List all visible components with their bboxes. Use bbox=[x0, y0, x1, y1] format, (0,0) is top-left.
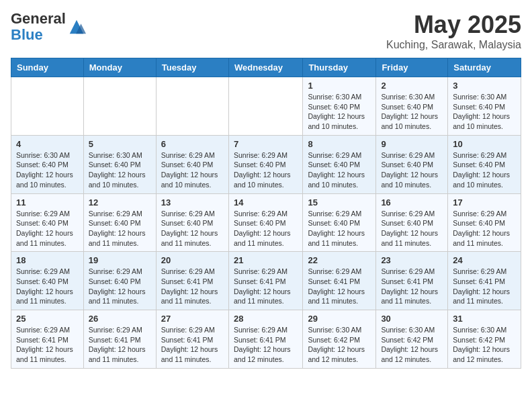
title-block: May 2025 Kuching, Sarawak, Malaysia bbox=[386, 11, 521, 51]
day-number: 4 bbox=[16, 139, 79, 149]
calendar-cell: 9Sunrise: 6:29 AM Sunset: 6:40 PM Daylig… bbox=[376, 135, 448, 193]
calendar-cell: 14Sunrise: 6:29 AM Sunset: 6:40 PM Dayli… bbox=[228, 193, 302, 252]
day-info: Sunrise: 6:30 AM Sunset: 6:42 PM Dayligh… bbox=[453, 325, 516, 365]
calendar-header-row: SundayMondayTuesdayWednesdayThursdayFrid… bbox=[11, 58, 521, 77]
day-number: 28 bbox=[234, 314, 298, 324]
day-number: 21 bbox=[234, 255, 298, 265]
day-number: 8 bbox=[308, 139, 371, 149]
day-info: Sunrise: 6:29 AM Sunset: 6:40 PM Dayligh… bbox=[453, 150, 516, 190]
calendar-cell: 8Sunrise: 6:29 AM Sunset: 6:40 PM Daylig… bbox=[303, 135, 376, 193]
calendar-cell: 31Sunrise: 6:30 AM Sunset: 6:42 PM Dayli… bbox=[448, 310, 521, 369]
calendar-cell bbox=[156, 77, 228, 136]
calendar-cell: 21Sunrise: 6:29 AM Sunset: 6:41 PM Dayli… bbox=[228, 252, 302, 310]
day-number: 1 bbox=[308, 81, 371, 91]
day-number: 17 bbox=[453, 197, 516, 208]
day-info: Sunrise: 6:29 AM Sunset: 6:40 PM Dayligh… bbox=[89, 209, 151, 248]
calendar-cell: 27Sunrise: 6:29 AM Sunset: 6:41 PM Dayli… bbox=[156, 310, 228, 369]
calendar-cell: 24Sunrise: 6:29 AM Sunset: 6:41 PM Dayli… bbox=[448, 252, 521, 310]
day-number: 27 bbox=[161, 314, 224, 324]
day-info: Sunrise: 6:29 AM Sunset: 6:40 PM Dayligh… bbox=[381, 209, 443, 248]
calendar-cell: 13Sunrise: 6:29 AM Sunset: 6:40 PM Dayli… bbox=[156, 193, 228, 252]
calendar-cell: 29Sunrise: 6:30 AM Sunset: 6:42 PM Dayli… bbox=[303, 310, 376, 369]
calendar-cell: 4Sunrise: 6:30 AM Sunset: 6:40 PM Daylig… bbox=[11, 135, 84, 193]
day-info: Sunrise: 6:29 AM Sunset: 6:40 PM Dayligh… bbox=[308, 209, 371, 248]
calendar-cell: 5Sunrise: 6:30 AM Sunset: 6:40 PM Daylig… bbox=[83, 135, 156, 193]
calendar-cell bbox=[83, 77, 156, 136]
calendar-cell: 28Sunrise: 6:29 AM Sunset: 6:41 PM Dayli… bbox=[228, 310, 302, 369]
day-number: 29 bbox=[308, 314, 371, 324]
calendar-cell: 11Sunrise: 6:29 AM Sunset: 6:40 PM Dayli… bbox=[11, 193, 84, 252]
day-number: 15 bbox=[308, 197, 371, 208]
calendar-cell: 23Sunrise: 6:29 AM Sunset: 6:41 PM Dayli… bbox=[376, 252, 448, 310]
calendar-cell: 2Sunrise: 6:30 AM Sunset: 6:40 PM Daylig… bbox=[376, 77, 448, 136]
calendar-cell: 18Sunrise: 6:29 AM Sunset: 6:40 PM Dayli… bbox=[11, 252, 84, 310]
calendar-table: SundayMondayTuesdayWednesdayThursdayFrid… bbox=[11, 58, 521, 369]
day-info: Sunrise: 6:29 AM Sunset: 6:41 PM Dayligh… bbox=[161, 267, 224, 306]
day-header-wednesday: Wednesday bbox=[228, 58, 302, 77]
day-number: 25 bbox=[16, 314, 79, 324]
logo-general-text: General bbox=[11, 10, 66, 27]
day-number: 12 bbox=[89, 197, 151, 208]
calendar-cell: 20Sunrise: 6:29 AM Sunset: 6:41 PM Dayli… bbox=[156, 252, 228, 310]
logo: General Blue bbox=[11, 11, 86, 43]
calendar-cell: 26Sunrise: 6:29 AM Sunset: 6:41 PM Dayli… bbox=[83, 310, 156, 369]
calendar-cell: 30Sunrise: 6:30 AM Sunset: 6:42 PM Dayli… bbox=[376, 310, 448, 369]
day-info: Sunrise: 6:29 AM Sunset: 6:40 PM Dayligh… bbox=[161, 209, 224, 248]
day-info: Sunrise: 6:29 AM Sunset: 6:40 PM Dayligh… bbox=[234, 150, 298, 190]
page-header: General Blue May 2025 Kuching, Sarawak, … bbox=[11, 11, 521, 51]
day-number: 19 bbox=[89, 255, 151, 265]
day-info: Sunrise: 6:29 AM Sunset: 6:40 PM Dayligh… bbox=[16, 209, 79, 248]
day-info: Sunrise: 6:29 AM Sunset: 6:40 PM Dayligh… bbox=[161, 150, 224, 190]
day-number: 6 bbox=[161, 139, 224, 149]
day-info: Sunrise: 6:30 AM Sunset: 6:42 PM Dayligh… bbox=[308, 325, 371, 365]
day-number: 26 bbox=[89, 314, 151, 324]
day-info: Sunrise: 6:29 AM Sunset: 6:40 PM Dayligh… bbox=[234, 209, 298, 248]
day-number: 10 bbox=[453, 139, 516, 149]
day-number: 20 bbox=[161, 255, 224, 265]
day-number: 31 bbox=[453, 314, 516, 324]
day-info: Sunrise: 6:30 AM Sunset: 6:42 PM Dayligh… bbox=[381, 325, 443, 365]
calendar-week-3: 11Sunrise: 6:29 AM Sunset: 6:40 PM Dayli… bbox=[11, 193, 521, 252]
day-number: 9 bbox=[381, 139, 443, 149]
day-header-sunday: Sunday bbox=[11, 58, 84, 77]
day-number: 24 bbox=[453, 255, 516, 265]
day-number: 18 bbox=[16, 255, 79, 265]
day-header-friday: Friday bbox=[376, 58, 448, 77]
calendar-cell: 6Sunrise: 6:29 AM Sunset: 6:40 PM Daylig… bbox=[156, 135, 228, 193]
calendar-cell: 17Sunrise: 6:29 AM Sunset: 6:40 PM Dayli… bbox=[448, 193, 521, 252]
calendar-cell bbox=[228, 77, 302, 136]
day-info: Sunrise: 6:30 AM Sunset: 6:40 PM Dayligh… bbox=[89, 150, 151, 190]
day-info: Sunrise: 6:30 AM Sunset: 6:40 PM Dayligh… bbox=[16, 150, 79, 190]
day-number: 30 bbox=[381, 314, 443, 324]
calendar-cell: 10Sunrise: 6:29 AM Sunset: 6:40 PM Dayli… bbox=[448, 135, 521, 193]
day-header-tuesday: Tuesday bbox=[156, 58, 228, 77]
calendar-week-4: 18Sunrise: 6:29 AM Sunset: 6:40 PM Dayli… bbox=[11, 252, 521, 310]
calendar-cell: 19Sunrise: 6:29 AM Sunset: 6:40 PM Dayli… bbox=[83, 252, 156, 310]
day-info: Sunrise: 6:29 AM Sunset: 6:41 PM Dayligh… bbox=[234, 325, 298, 365]
calendar-cell bbox=[11, 77, 84, 136]
calendar-cell: 12Sunrise: 6:29 AM Sunset: 6:40 PM Dayli… bbox=[83, 193, 156, 252]
calendar-week-5: 25Sunrise: 6:29 AM Sunset: 6:41 PM Dayli… bbox=[11, 310, 521, 369]
location-title: Kuching, Sarawak, Malaysia bbox=[386, 39, 521, 51]
calendar-cell: 16Sunrise: 6:29 AM Sunset: 6:40 PM Dayli… bbox=[376, 193, 448, 252]
calendar-cell: 22Sunrise: 6:29 AM Sunset: 6:41 PM Dayli… bbox=[303, 252, 376, 310]
day-info: Sunrise: 6:29 AM Sunset: 6:41 PM Dayligh… bbox=[161, 325, 224, 365]
calendar-cell: 7Sunrise: 6:29 AM Sunset: 6:40 PM Daylig… bbox=[228, 135, 302, 193]
day-number: 3 bbox=[453, 81, 516, 91]
day-info: Sunrise: 6:29 AM Sunset: 6:41 PM Dayligh… bbox=[381, 267, 443, 306]
day-header-saturday: Saturday bbox=[448, 58, 521, 77]
day-info: Sunrise: 6:29 AM Sunset: 6:41 PM Dayligh… bbox=[453, 267, 516, 306]
calendar-week-2: 4Sunrise: 6:30 AM Sunset: 6:40 PM Daylig… bbox=[11, 135, 521, 193]
day-number: 23 bbox=[381, 255, 443, 265]
day-info: Sunrise: 6:29 AM Sunset: 6:40 PM Dayligh… bbox=[89, 267, 151, 306]
calendar-week-1: 1Sunrise: 6:30 AM Sunset: 6:40 PM Daylig… bbox=[11, 77, 521, 136]
calendar-cell: 3Sunrise: 6:30 AM Sunset: 6:40 PM Daylig… bbox=[448, 77, 521, 136]
day-info: Sunrise: 6:29 AM Sunset: 6:41 PM Dayligh… bbox=[16, 325, 79, 365]
day-number: 2 bbox=[381, 81, 443, 91]
month-title: May 2025 bbox=[386, 11, 521, 39]
day-info: Sunrise: 6:29 AM Sunset: 6:40 PM Dayligh… bbox=[308, 150, 371, 190]
day-info: Sunrise: 6:30 AM Sunset: 6:40 PM Dayligh… bbox=[453, 92, 516, 132]
day-info: Sunrise: 6:30 AM Sunset: 6:40 PM Dayligh… bbox=[308, 92, 371, 132]
logo-icon bbox=[67, 17, 86, 36]
day-info: Sunrise: 6:29 AM Sunset: 6:41 PM Dayligh… bbox=[89, 325, 151, 365]
